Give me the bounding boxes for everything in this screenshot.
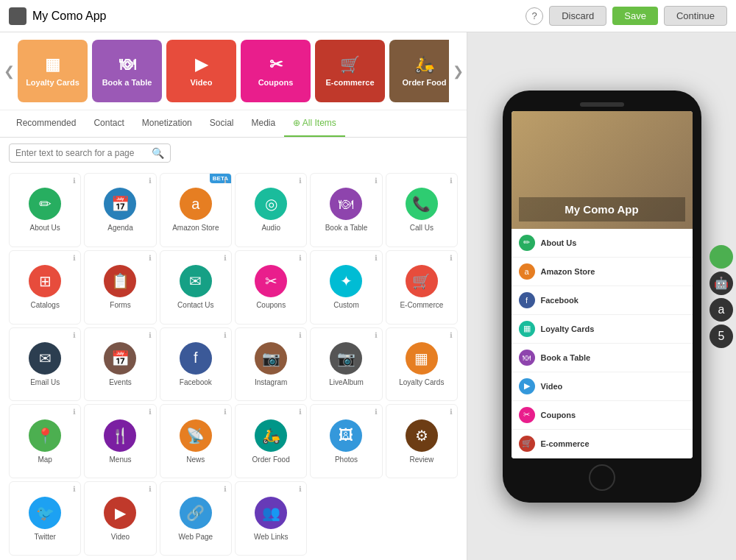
tab-media[interactable]: Media	[242, 110, 284, 137]
carousel-item-ecommerce[interactable]: 🛒E-commerce	[315, 40, 385, 102]
search-input[interactable]	[15, 148, 152, 158]
info-icon[interactable]: ℹ	[224, 254, 227, 262]
info-icon[interactable]: ℹ	[299, 485, 302, 493]
grid-item-twitter[interactable]: ℹ 🐦 Twitter	[9, 481, 81, 556]
top-bar: My Como App ? Discard Save Continue	[0, 0, 736, 32]
grid-item-web-page[interactable]: ℹ 🔗 Web Page	[160, 481, 232, 556]
carousel-item-loyalty-cards[interactable]: ▦Loyalty Cards	[18, 40, 88, 102]
info-icon[interactable]: ℹ	[375, 331, 378, 339]
tab-recommended[interactable]: Recommended	[7, 110, 85, 137]
info-icon[interactable]: ℹ	[299, 254, 302, 262]
phone-screen: My Como App ✏ About Us a Amazon Store f …	[512, 111, 693, 458]
grid-item-agenda[interactable]: ℹ 📅 Agenda	[84, 173, 156, 247]
carousel-item-video[interactable]: ▶Video	[166, 40, 236, 102]
info-icon[interactable]: ℹ	[375, 177, 378, 185]
help-button[interactable]: ?	[526, 7, 543, 25]
grid-item-custom[interactable]: ℹ ✦ Custom	[310, 250, 382, 325]
info-icon[interactable]: ℹ	[450, 254, 453, 262]
item-label-contact-us: Contact Us	[177, 301, 213, 309]
grid-item-amazon-store[interactable]: BETA ℹ a Amazon Store	[160, 173, 232, 247]
info-icon[interactable]: ℹ	[149, 331, 152, 339]
info-icon[interactable]: ℹ	[224, 331, 227, 339]
item-label-amazon-store: Amazon Store	[172, 224, 219, 232]
carousel-item-label: Loyalty Cards	[26, 78, 79, 87]
info-icon[interactable]: ℹ	[149, 408, 152, 416]
info-icon[interactable]: ℹ	[375, 408, 378, 416]
grid-item-map[interactable]: ℹ 📍 Map	[9, 404, 81, 478]
info-icon[interactable]: ℹ	[73, 331, 76, 339]
carousel-item-coupons[interactable]: ✂Coupons	[241, 40, 311, 102]
grid-item-ecommerce[interactable]: ℹ 🛒 E-Commerce	[386, 250, 458, 325]
grid-item-news[interactable]: ℹ 📡 News	[160, 404, 232, 478]
grid-item-loyalty-cards[interactable]: ℹ ▦ Loyalty Cards	[386, 327, 458, 402]
phone-home-button[interactable]	[589, 464, 615, 491]
grid-item-events[interactable]: ℹ 📅 Events	[84, 327, 156, 402]
phone-mockup: My Como App ✏ About Us a Amazon Store f …	[503, 91, 701, 503]
phone-menu-item-ecommerce[interactable]: 🛒 E-commerce	[512, 430, 693, 458]
phone-menu-item-facebook[interactable]: f Facebook	[512, 286, 693, 315]
grid-item-coupons[interactable]: ℹ ✂ Coupons	[235, 250, 307, 325]
grid-item-video[interactable]: ℹ ▶ Video	[84, 481, 156, 556]
grid-item-book-a-table[interactable]: ℹ 🍽 Book a Table	[310, 173, 382, 247]
grid-item-catalogs[interactable]: ℹ ⊞ Catalogs	[9, 250, 81, 325]
save-button[interactable]: Save	[612, 7, 658, 25]
grid-item-photos[interactable]: ℹ 🖼 Photos	[310, 404, 382, 478]
grid-item-livealbum[interactable]: ℹ 📷 LiveAlbum	[310, 327, 382, 402]
carousel-left-arrow[interactable]: ❮	[0, 49, 18, 93]
carousel-item-book-a-table[interactable]: 🍽Book a Table	[92, 40, 162, 102]
info-icon[interactable]: ℹ	[73, 408, 76, 416]
platform-icon-amazon[interactable]: a	[710, 298, 733, 322]
grid-item-email-us[interactable]: ℹ ✉ Email Us	[9, 327, 81, 402]
info-icon[interactable]: ℹ	[450, 331, 453, 339]
phone-menu-item-amazon-store[interactable]: a Amazon Store	[512, 258, 693, 286]
grid-item-contact-us[interactable]: ℹ ✉ Contact Us	[160, 250, 232, 325]
phone-menu-item-book-a-table[interactable]: 🍽 Book a Table	[512, 344, 693, 372]
grid-item-review[interactable]: ℹ ⚙ Review	[386, 404, 458, 478]
carousel-item-icon: ▦	[45, 55, 60, 74]
info-icon[interactable]: ℹ	[224, 177, 227, 185]
tab-contact[interactable]: Contact	[85, 110, 132, 137]
info-icon[interactable]: ℹ	[73, 254, 76, 262]
grid-item-web-links[interactable]: ℹ 👥 Web Links	[235, 481, 307, 556]
top-bar-left: My Como App	[9, 7, 106, 25]
info-icon[interactable]: ℹ	[299, 177, 302, 185]
item-circle-catalogs: ⊞	[29, 265, 61, 297]
info-icon[interactable]: ℹ	[224, 485, 227, 493]
grid-item-facebook[interactable]: ℹ f Facebook	[160, 327, 232, 402]
info-icon[interactable]: ℹ	[73, 177, 76, 185]
tab-social[interactable]: Social	[201, 110, 243, 137]
phone-menu-item-about-us[interactable]: ✏ About Us	[512, 229, 693, 258]
grid-item-order-food[interactable]: ℹ 🛵 Order Food	[235, 404, 307, 478]
grid-item-call-us[interactable]: ℹ 📞 Call Us	[386, 173, 458, 247]
platform-icon-html5[interactable]: 5	[710, 325, 733, 348]
discard-button[interactable]: Discard	[549, 6, 606, 26]
platform-icon-apple[interactable]	[710, 245, 733, 269]
info-icon[interactable]: ℹ	[299, 408, 302, 416]
grid-item-forms[interactable]: ℹ 📋 Forms	[84, 250, 156, 325]
carousel-item-label: Coupons	[258, 78, 294, 87]
info-icon[interactable]: ℹ	[299, 331, 302, 339]
platform-icon-android[interactable]: 🤖	[710, 272, 733, 295]
info-icon[interactable]: ℹ	[450, 177, 453, 185]
grid-item-menus[interactable]: ℹ 🍴 Menus	[84, 404, 156, 478]
carousel-right-arrow[interactable]: ❯	[449, 49, 467, 93]
info-icon[interactable]: ℹ	[375, 254, 378, 262]
tab-all-items[interactable]: ⊕ All Items	[284, 110, 345, 137]
info-icon[interactable]: ℹ	[149, 177, 152, 185]
info-icon[interactable]: ℹ	[149, 254, 152, 262]
info-icon[interactable]: ℹ	[149, 485, 152, 493]
info-icon[interactable]: ℹ	[224, 408, 227, 416]
grid-item-instagram[interactable]: ℹ 📷 Instagram	[235, 327, 307, 402]
item-label-review: Review	[409, 456, 434, 464]
info-icon[interactable]: ℹ	[73, 485, 76, 493]
carousel-item-order-food[interactable]: 🛵Order Food	[389, 40, 449, 102]
phone-menu-item-video[interactable]: ▶ Video	[512, 372, 693, 401]
phone-menu-icon-video: ▶	[519, 378, 535, 394]
phone-menu-item-loyalty-cards[interactable]: ▦ Loyalty Cards	[512, 315, 693, 344]
grid-item-about-us[interactable]: ℹ ✏ About Us	[9, 173, 81, 247]
phone-menu-item-coupons[interactable]: ✂ Coupons	[512, 401, 693, 430]
tab-monetization[interactable]: Monetization	[133, 110, 201, 137]
grid-item-audio[interactable]: ℹ ◎ Audio	[235, 173, 307, 247]
continue-button[interactable]: Continue	[664, 6, 727, 26]
info-icon[interactable]: ℹ	[450, 408, 453, 416]
